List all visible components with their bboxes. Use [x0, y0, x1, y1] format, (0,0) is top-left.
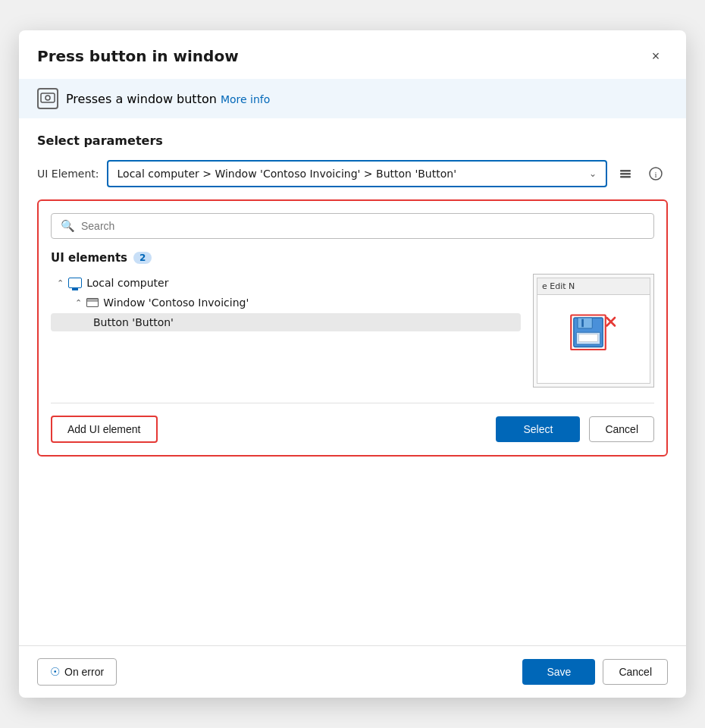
add-ui-element-button[interactable]: Add UI element	[51, 416, 158, 443]
tree-item-local-computer[interactable]: ⌃ Local computer	[51, 274, 521, 292]
svg-rect-0	[41, 93, 55, 102]
button-label: Button 'Button'	[93, 316, 174, 328]
dialog-body: Select parameters UI Element: Local comp…	[19, 118, 686, 645]
preview-menubar: e Edit N	[537, 278, 650, 295]
preview-content	[537, 295, 650, 383]
section-title: Select parameters	[37, 133, 668, 148]
computer-icon	[68, 278, 82, 288]
count-badge: 2	[133, 252, 152, 264]
dialog-footer: ☉ On error Save Cancel	[19, 645, 686, 698]
tree-item-window[interactable]: ⌃ Window 'Contoso Invoicing'	[51, 293, 521, 312]
select-button[interactable]: Select	[496, 416, 580, 442]
info-icon-button[interactable]: i	[644, 162, 668, 186]
svg-point-1	[45, 96, 50, 100]
press-button-icon	[37, 88, 58, 109]
chevron-down-icon: ⌄	[589, 168, 597, 179]
dialog-title: Press button in window	[37, 47, 239, 65]
chevron-icon: ⌃	[57, 278, 64, 288]
dialog: Press button in window × Presses a windo…	[19, 30, 686, 698]
search-icon: 🔍	[61, 219, 75, 233]
on-error-button[interactable]: ☉ On error	[37, 658, 117, 686]
shield-icon: ☉	[50, 665, 60, 679]
cancel-button[interactable]: Cancel	[603, 659, 668, 685]
svg-text:i: i	[654, 170, 656, 179]
chevron-icon: ⌃	[75, 298, 82, 308]
dropdown-cancel-button[interactable]: Cancel	[589, 416, 654, 442]
titlebar: Press button in window ×	[19, 30, 686, 79]
info-banner: Presses a window button More info	[19, 79, 686, 118]
ui-element-label: UI Element:	[37, 168, 99, 180]
search-box: 🔍	[51, 213, 654, 239]
more-info-link[interactable]: More info	[221, 93, 270, 105]
window-label: Window 'Contoso Invoicing'	[103, 297, 249, 309]
dropdown-panel: 🔍 UI elements 2 ⌃ Local computer	[37, 199, 668, 457]
ui-element-select-wrapper: Local computer > Window 'Contoso Invoici…	[107, 160, 668, 187]
layers-icon-button[interactable]	[613, 162, 638, 186]
ui-elements-header: UI elements 2	[51, 251, 654, 265]
preview-inner: e Edit N	[537, 278, 650, 384]
save-button[interactable]: Save	[522, 659, 595, 685]
tree-item-button[interactable]: Button 'Button'	[51, 313, 521, 331]
tree-container: ⌃ Local computer ⌃ Window 'Contoso Invoi…	[51, 274, 654, 388]
svg-rect-9	[581, 319, 584, 328]
ui-elements-label: UI elements	[51, 251, 127, 265]
ui-element-field-row: UI Element: Local computer > Window 'Con…	[37, 160, 668, 187]
ui-element-value: Local computer > Window 'Contoso Invoici…	[118, 168, 583, 180]
search-input[interactable]	[81, 220, 644, 232]
info-banner-text: Presses a window button More info	[66, 92, 270, 106]
dropdown-actions: Add UI element Select Cancel	[51, 403, 654, 443]
svg-rect-3	[620, 173, 631, 175]
ui-element-select[interactable]: Local computer > Window 'Contoso Invoici…	[107, 160, 607, 187]
svg-rect-11	[579, 334, 598, 342]
tree-left: ⌃ Local computer ⌃ Window 'Contoso Invoi…	[51, 274, 521, 388]
preview-menu-text: e Edit N	[542, 281, 575, 291]
footer-right: Save Cancel	[522, 659, 668, 685]
window-icon	[86, 298, 99, 307]
svg-rect-2	[620, 170, 631, 172]
local-computer-label: Local computer	[86, 277, 168, 289]
preview-svg	[567, 312, 620, 366]
svg-rect-8	[578, 318, 592, 328]
on-error-label: On error	[64, 666, 104, 678]
svg-rect-4	[620, 176, 631, 178]
close-button[interactable]: ×	[644, 44, 668, 68]
preview-box: e Edit N	[533, 274, 654, 388]
